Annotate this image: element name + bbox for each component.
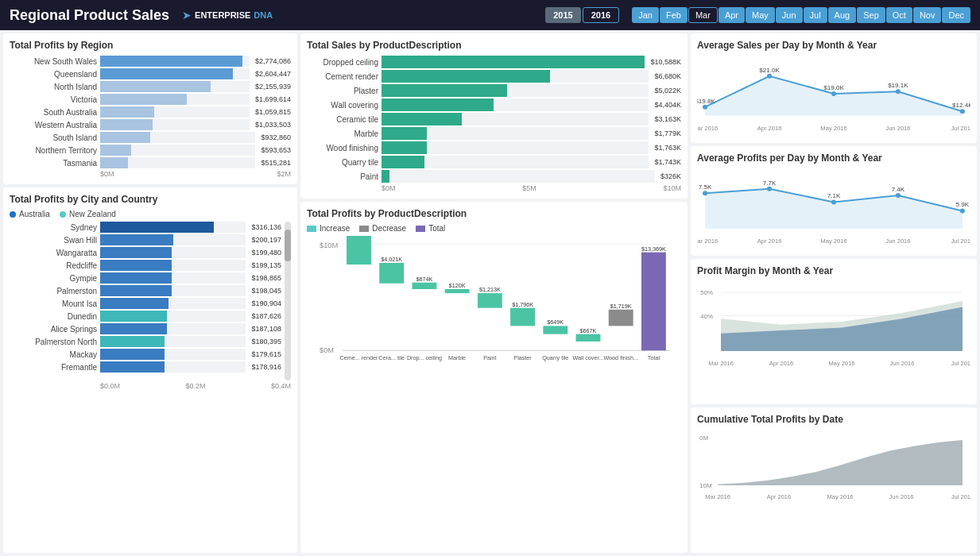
waterfall-bar: [576, 334, 601, 342]
month-tab-May[interactable]: May: [746, 7, 775, 23]
city-label: Palmerston: [10, 287, 97, 295]
city-label: Swan Hill: [10, 236, 97, 245]
month-tab-Jul[interactable]: Jul: [804, 7, 827, 23]
city-bar-value: $198,045: [251, 287, 281, 295]
scrollbar-thumb[interactable]: [285, 230, 291, 261]
line-value-label: $19.0K: [823, 84, 844, 91]
region-bar-container: [100, 94, 250, 105]
waterfall-bar-value: $4,021K: [381, 256, 402, 263]
region-bar-row: Victoria $1,699,614: [10, 94, 291, 105]
city-bar-value: $179,615: [251, 350, 281, 358]
total-dot: [416, 226, 425, 232]
prod-axis-5m: $5M: [396, 184, 664, 192]
month-tab-Nov[interactable]: Nov: [913, 7, 942, 23]
year-tab-2015[interactable]: 2015: [545, 7, 580, 23]
product-bar-value: $3,163K: [654, 115, 681, 123]
month-tab-Jan[interactable]: Jan: [632, 7, 659, 23]
legend-total: Total: [416, 224, 445, 233]
month-tab-Aug[interactable]: Aug: [828, 7, 857, 23]
region-bar-row: Queensland $2,604,447: [10, 68, 291, 79]
line-value-label: 7.7K: [763, 180, 777, 187]
city-bar-container: [100, 285, 246, 296]
year-tabs: 20152016: [545, 7, 619, 23]
profit-margin-x-label: Apr 2016: [769, 360, 793, 367]
line-point: [896, 193, 901, 198]
region-bar-value: $932,860: [261, 133, 291, 141]
product-bar-fill: [382, 113, 462, 125]
profit-margin-y-label: 40%: [700, 313, 713, 320]
legend-au-label: Australia: [19, 210, 50, 218]
product-bar-row: Wood finishing $1,763K: [307, 141, 681, 154]
line-point: [703, 191, 707, 195]
line-point: [767, 74, 772, 79]
logo-icon: ➤: [182, 9, 192, 21]
month-tab-Dec[interactable]: Dec: [942, 7, 970, 23]
city-bar-fill: [100, 298, 168, 309]
profits-by-product-panel: Total Profits by ProductDescription Incr…: [300, 202, 688, 553]
month-tab-Feb[interactable]: Feb: [660, 7, 688, 23]
product-bar-value: $6,680K: [654, 72, 681, 80]
waterfall-svg: $0M$10M$2,511KCeme... render$4,021KCera.…: [307, 236, 681, 371]
increase-dot: [307, 226, 316, 232]
city-label: Mackay: [10, 350, 97, 359]
avg-sales-chart: $19.8KMar 2016$21.0KApr 2016$19.0KMay 20…: [697, 56, 970, 135]
line-value-label: 5.9K: [956, 201, 970, 208]
avg-profits-title: Average Profits per Day by Month & Year: [697, 153, 970, 164]
scrollbar-track[interactable]: [285, 222, 291, 380]
waterfall-bar: [478, 293, 502, 308]
avg-sales-title: Average Sales per Day by Month & Year: [697, 40, 970, 51]
region-bar-value: $1,059,815: [255, 108, 291, 116]
line-value-label: 7.4K: [892, 186, 905, 193]
region-bar-fill: [100, 94, 187, 105]
legend-nz: New Zealand: [60, 210, 116, 218]
city-bar-value: $316,136: [251, 223, 281, 231]
region-bar-container: [100, 157, 255, 168]
nz-dot: [60, 211, 66, 218]
month-tab-Apr[interactable]: Apr: [719, 7, 745, 23]
cumulative-y-label: 10M: [699, 482, 712, 489]
city-axis-02: $0.2M: [120, 382, 271, 390]
waterfall-x-label: Drop... ceiling: [407, 354, 442, 361]
city-bar-value: $187,108: [251, 325, 281, 333]
waterfall-bar-value: $1,719K: [610, 303, 632, 310]
month-tab-Jun[interactable]: Jun: [776, 7, 803, 23]
waterfall-bar-value: $13,369K: [641, 245, 666, 253]
month-tab-Sep[interactable]: Sep: [857, 7, 885, 23]
city-bar-container: [100, 336, 246, 347]
city-bar-row: Redcliffe $199,135: [10, 260, 281, 271]
product-bar-row: Wall covering $4,404K: [307, 98, 681, 111]
line-point: [703, 105, 707, 110]
product-bar-row: Cement render $6,680K: [307, 70, 681, 83]
month-tab-Oct[interactable]: Oct: [886, 7, 912, 23]
year-tab-2016[interactable]: 2016: [583, 7, 619, 23]
legend-increase-label: Increase: [320, 224, 350, 233]
region-bar-value: $2,774,086: [255, 57, 291, 65]
product-bar-fill: [382, 98, 494, 111]
line-x-label: Jun 2016: [885, 125, 910, 132]
city-bar-container: [100, 247, 246, 258]
page-title: Regional Product Sales: [10, 7, 169, 24]
waterfall-bar: [412, 283, 436, 289]
decrease-dot: [359, 226, 369, 232]
region-bar-value: $1,033,503: [255, 121, 291, 129]
avg-profits-chart: 7.5KMar 20167.7KApr 20167.1KMay 20167.4K…: [697, 168, 970, 248]
product-bar-container: [382, 56, 645, 68]
waterfall-bar: [379, 263, 404, 284]
month-tab-Mar[interactable]: Mar: [688, 7, 718, 23]
product-bar-value: $1,779K: [654, 129, 681, 137]
line-point: [831, 91, 836, 96]
avg-sales-panel: Average Sales per Day by Month & Year $1…: [691, 33, 977, 143]
waterfall-x-label: Plaster: [513, 354, 532, 361]
waterfall-x-label: Cera... tile: [378, 354, 405, 361]
product-bar-fill: [382, 170, 389, 183]
legend-decrease: Decrease: [359, 224, 406, 233]
city-legend: Australia New Zealand: [10, 210, 291, 218]
product-bar-row: Quarry tile $1,743K: [307, 156, 681, 168]
region-bar-row: Northern Territory $593,653: [10, 145, 291, 156]
product-bar-container: [382, 70, 649, 83]
waterfall-x-label: Total: [648, 354, 660, 361]
city-bar-chart: Sydney $316,136 Swan Hill $200,197 Wanga…: [10, 222, 281, 380]
city-bar-container: [100, 361, 246, 373]
product-bar-fill: [382, 70, 550, 83]
profit-margin-x-label: Jul 2016: [951, 360, 970, 367]
